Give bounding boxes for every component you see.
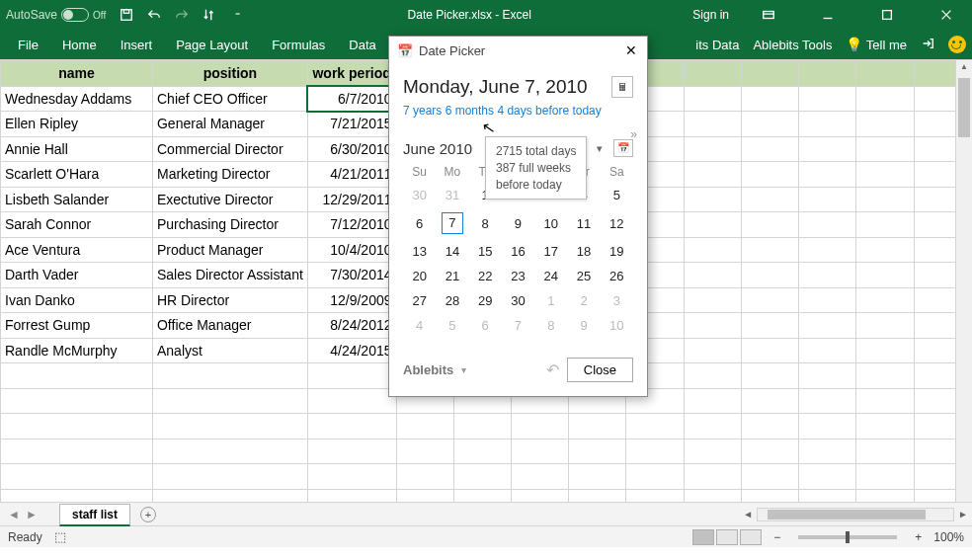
calendar-day[interactable]: 25 (567, 264, 600, 288)
calculator-icon[interactable]: 🖩 (611, 76, 633, 98)
calendar-day[interactable]: 10 (534, 207, 567, 239)
calendar-day[interactable]: 8 (469, 207, 502, 239)
zoom-out-icon[interactable]: − (773, 530, 780, 544)
cell-position[interactable]: Commercial Director (152, 136, 307, 162)
calendar-day[interactable]: 8 (534, 313, 567, 338)
calendar-day[interactable]: 16 (502, 239, 534, 264)
calendar-day[interactable]: 28 (436, 288, 468, 313)
cell-work-period[interactable]: 7/30/2014 (307, 263, 396, 288)
calendar-day[interactable]: 4 (403, 313, 436, 338)
cell-position[interactable]: Purchasing Director (152, 212, 307, 238)
sort-icon[interactable] (201, 6, 218, 24)
calendar-day[interactable]: 31 (436, 183, 468, 207)
sheet-next-icon[interactable]: ► (26, 508, 38, 521)
cell-position[interactable]: General Manager (152, 112, 307, 137)
tab-page-layout[interactable]: Page Layout (164, 32, 260, 58)
cell-name[interactable]: Darth Vader (1, 263, 153, 288)
maximize-icon[interactable] (867, 0, 907, 30)
calendar-day[interactable]: 13 (403, 239, 436, 264)
cell-position[interactable]: Chief CEO Officer (152, 86, 307, 112)
minimize-icon[interactable] (808, 0, 848, 30)
calendar-day[interactable]: 14 (436, 239, 468, 264)
redo-icon[interactable] (173, 6, 191, 24)
hscroll-right-icon[interactable]: ► (958, 509, 968, 520)
cell-work-period[interactable]: 6/30/2010 (307, 136, 396, 162)
brand-label[interactable]: Ablebits (403, 362, 453, 377)
table-row[interactable] (1, 489, 972, 502)
cell-name[interactable]: Sarah Connor (1, 212, 153, 238)
month-dropdown-icon[interactable]: ▾ (590, 142, 609, 155)
calendar-day[interactable]: 12 (601, 207, 633, 239)
tab-file[interactable]: File (6, 32, 50, 58)
close-icon[interactable] (927, 0, 966, 30)
add-sheet-button[interactable]: + (140, 507, 156, 522)
sheet-prev-icon[interactable]: ◄ (8, 508, 20, 521)
cell-work-period[interactable]: 7/21/2015 (307, 112, 396, 137)
tab-ablebits-data[interactable]: its Data (695, 38, 739, 52)
cell-position[interactable]: Product Manager (152, 237, 307, 263)
calendar-day[interactable]: 5 (601, 183, 633, 207)
cell-position[interactable]: Sales Director Assistant (152, 263, 307, 288)
header-work-period[interactable]: work period (307, 61, 396, 87)
cell-work-period[interactable]: 6/7/2010 (307, 86, 396, 112)
cell-position[interactable]: Office Manager (152, 313, 307, 339)
tab-ablebits-tools[interactable]: Ablebits Tools (753, 38, 832, 52)
calendar-day[interactable]: 7 (436, 207, 468, 239)
calendar-day[interactable]: 22 (469, 264, 502, 288)
today-icon[interactable]: 📅 (613, 139, 633, 157)
dialog-titlebar[interactable]: 📅 Date Picker ✕ (389, 37, 647, 64)
cell-name[interactable]: Ace Ventura (1, 237, 153, 263)
calendar-day[interactable]: 1 (534, 288, 567, 313)
cell-name[interactable]: Randle McMurphy (1, 338, 153, 363)
cell-position[interactable]: Exectutive Director (152, 187, 307, 212)
cell-name[interactable]: Wednesday Addams (1, 86, 153, 112)
calendar-day[interactable]: 19 (601, 239, 633, 264)
calendar-day[interactable]: 21 (436, 264, 468, 288)
share-icon[interactable] (921, 37, 934, 53)
calendar-day[interactable]: 23 (502, 264, 534, 288)
cell-work-period[interactable]: 4/24/2015 (307, 338, 396, 363)
zoom-level[interactable]: 100% (933, 530, 964, 544)
cell-name[interactable]: Ivan Danko (1, 287, 153, 313)
calendar-day[interactable]: 27 (403, 288, 436, 313)
feedback-smiley-icon[interactable] (948, 36, 966, 53)
signin-link[interactable]: Sign in (692, 8, 729, 22)
save-icon[interactable] (118, 6, 135, 24)
calendar-day[interactable]: 24 (534, 264, 567, 288)
horizontal-scrollbar[interactable] (757, 508, 954, 521)
calendar-day[interactable]: 5 (436, 313, 468, 338)
calendar-day[interactable]: 7 (502, 313, 534, 338)
calendar-day[interactable]: 11 (567, 207, 600, 239)
calendar-day[interactable]: 3 (601, 288, 633, 313)
calendar-day[interactable]: 2 (567, 288, 600, 313)
calendar-day[interactable]: 20 (403, 264, 436, 288)
tab-data[interactable]: Data (337, 32, 387, 58)
calendar-day[interactable]: 26 (601, 264, 633, 288)
macro-record-icon[interactable]: ⬚ (54, 529, 66, 544)
hscroll-left-icon[interactable]: ◄ (743, 509, 753, 520)
calendar-day[interactable]: 9 (567, 313, 600, 338)
table-row[interactable] (1, 439, 972, 464)
calendar-day[interactable]: 6 (403, 207, 436, 239)
calendar-day[interactable]: 17 (534, 239, 567, 264)
dialog-close-icon[interactable]: ✕ (623, 42, 639, 58)
qat-dropdown-icon[interactable]: ⁼ (228, 6, 246, 24)
cell-work-period[interactable]: 4/21/2011 (307, 162, 396, 188)
zoom-slider[interactable] (798, 535, 897, 539)
view-normal-icon[interactable] (692, 529, 714, 545)
calendar-day[interactable]: 6 (469, 313, 502, 338)
cell-work-period[interactable]: 8/24/2012 (307, 313, 396, 339)
cell-name[interactable]: Ellen Ripley (1, 112, 153, 137)
cell-position[interactable]: Analyst (152, 338, 307, 363)
cell-name[interactable]: Scarlett O'Hara (1, 162, 153, 188)
tab-insert[interactable]: Insert (109, 32, 165, 58)
cell-work-period[interactable]: 7/12/2010 (307, 212, 396, 238)
view-page-break-icon[interactable] (740, 529, 762, 545)
ribbon-display-icon[interactable] (749, 0, 788, 30)
sheet-tab-staff-list[interactable]: staff list (59, 504, 130, 526)
cell-position[interactable]: HR Director (152, 287, 307, 313)
undo-icon[interactable] (145, 6, 163, 24)
tab-home[interactable]: Home (50, 32, 109, 58)
cell-work-period[interactable]: 12/9/2009 (307, 287, 396, 313)
table-row[interactable] (1, 414, 972, 440)
